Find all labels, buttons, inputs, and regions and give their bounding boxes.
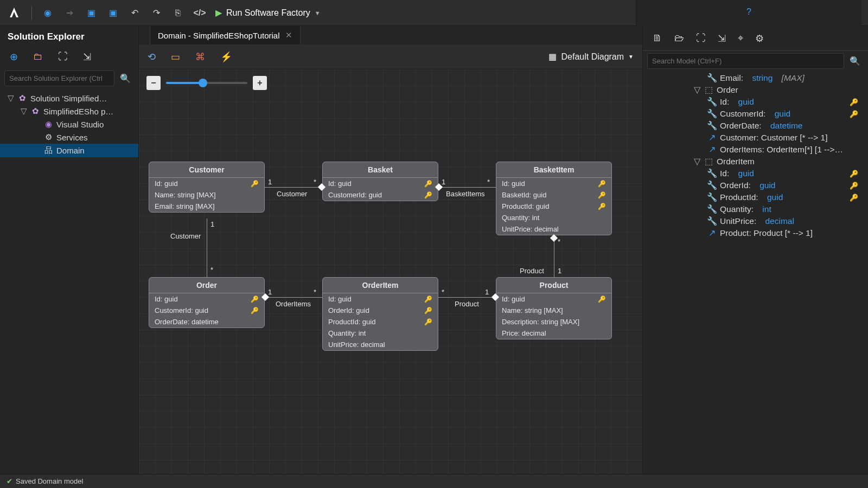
entity-title: BasketItem — [496, 162, 611, 178]
solution-explorer-panel: Solution Explorer ⊕ 🗀 ⛶ ⇲ 🔍 ▽✿Solution '… — [0, 26, 139, 474]
panel-title: Solution Explorer — [0, 26, 138, 48]
diagram-label: Default Diagram — [561, 52, 624, 62]
entity-order[interactable]: Order Id: guid🔑 CustomerId: guid🔑 OrderD… — [149, 277, 265, 328]
zoom-in-button[interactable]: + — [253, 76, 267, 90]
model-tree-row[interactable]: 🔧OrderId: guid🔑 — [643, 179, 868, 191]
search-icon[interactable]: 🔍 — [846, 53, 864, 69]
key-icon: 🔧 — [707, 73, 717, 83]
save-all-icon[interactable]: ▣ — [107, 7, 119, 19]
zoom-slider[interactable] — [166, 82, 247, 84]
entity-title: Product — [496, 278, 611, 293]
close-icon[interactable]: ✕ — [285, 30, 292, 40]
diagram-icon: ▦ — [548, 52, 557, 62]
nav-icon: ↗ — [707, 133, 717, 143]
key-icon: 🔧 — [707, 121, 717, 131]
collapse-icon[interactable]: ⇲ — [83, 51, 91, 63]
settings-icon[interactable]: ⚙ — [755, 33, 764, 44]
class-icon: ⬚ — [704, 85, 713, 95]
code-icon[interactable]: </> — [194, 7, 206, 19]
chevron-down-icon: ▼ — [315, 10, 321, 16]
key-icon: 🔧 — [707, 181, 717, 190]
app-logo-icon — [7, 5, 22, 21]
run-button[interactable]: ▶ Run Software Factory ▼ — [215, 8, 321, 18]
model-tree-row[interactable]: 🔧Id: guid🔑 — [643, 168, 868, 179]
entity-title: OrderItem — [323, 278, 438, 293]
save-icon[interactable]: ▣ — [85, 7, 97, 19]
tab-title: Domain - SimplifiedEShopTutorial — [158, 31, 280, 40]
model-tree-row[interactable]: 🔧Email: string [MAX] — [643, 72, 868, 84]
open-folder-icon[interactable]: 🗀 — [33, 51, 43, 63]
search-icon[interactable]: 🔍 — [117, 70, 134, 86]
model-search-input[interactable] — [647, 53, 844, 69]
expand-icon[interactable]: ⛶ — [696, 33, 706, 44]
locate-icon[interactable]: ⌖ — [738, 33, 743, 44]
model-tree-row[interactable]: 🔧Id: guid🔑 — [643, 96, 868, 108]
entity-product[interactable]: Product Id: guid🔑 Name: string [MAX] Des… — [496, 277, 612, 339]
model-tree: 🔧Email: string [MAX]▽⬚Order🔧Id: guid🔑🔧Cu… — [643, 71, 868, 474]
tool-icon-1[interactable]: ⟲ — [148, 51, 156, 63]
run-label: Run Software Factory — [226, 8, 310, 18]
model-tree-row[interactable]: 🔧UnitPrice: decimal — [643, 215, 868, 227]
nav-icon: ↗ — [707, 228, 717, 238]
model-tree-row[interactable]: 🔧CustomerId: guid🔑 — [643, 108, 868, 120]
play-icon: ▶ — [215, 8, 222, 18]
tree-project[interactable]: ▽✿SimplifiedESho p… — [0, 105, 138, 118]
class-icon: ⬚ — [704, 157, 713, 166]
undo-icon[interactable]: ↶ — [129, 7, 141, 19]
tool-icon-3[interactable]: ⌘ — [195, 51, 205, 63]
key-icon: 🔧 — [707, 109, 717, 119]
file-icon[interactable]: 🗎 — [653, 33, 662, 44]
entity-title: Basket — [323, 162, 438, 178]
forward-icon[interactable]: ➔ — [63, 7, 75, 19]
status-ok-icon: ✔ — [7, 477, 12, 485]
model-tree-row[interactable]: ▽⬚OrderItem — [643, 156, 868, 168]
diagram-selector[interactable]: ▦ Default Diagram ▼ — [548, 52, 634, 62]
status-bar: ✔ Saved Domain model — [0, 474, 868, 488]
tree-solution[interactable]: ▽✿Solution 'Simplified… — [0, 92, 138, 105]
key-icon: 🔧 — [707, 216, 717, 226]
canvas-toolbar: ⟲ ▭ ⌘ ⚡ ▦ Default Diagram ▼ — [139, 44, 642, 69]
status-text: Saved Domain model — [16, 477, 83, 485]
solution-search-input[interactable] — [4, 70, 114, 86]
key-icon: 🔧 — [707, 192, 717, 202]
model-tree-row[interactable]: ↗OrderItems: OrderItem[*] [1 -->… — [643, 144, 868, 156]
separator — [31, 6, 32, 20]
entity-customer[interactable]: Customer Id: guid🔑 Name: string [MAX] Em… — [149, 162, 265, 213]
entity-orderitem[interactable]: OrderItem Id: guid🔑 OrderId: guid🔑 Produ… — [322, 277, 438, 351]
tab-bar: Domain - SimplifiedEShopTutorial ✕ — [139, 26, 642, 44]
key-icon: 🔧 — [707, 204, 717, 214]
export-icon[interactable]: ⎘ — [172, 7, 184, 19]
expand-icon[interactable]: ⛶ — [58, 51, 68, 63]
model-tree-row[interactable]: 🔧OrderDate: datetime — [643, 120, 868, 132]
tree-services[interactable]: ⚙Services — [0, 131, 138, 144]
redo-icon[interactable]: ↷ — [150, 7, 162, 19]
tool-icon-4[interactable]: ⚡ — [220, 51, 232, 63]
model-tree-row[interactable]: 🔧ProductId: guid🔑 — [643, 191, 868, 203]
tool-icon-2[interactable]: ▭ — [171, 51, 180, 63]
top-toolbar: ◉ ➔ ▣ ▣ ↶ ↷ ⎘ </> ▶ Run Software Factory… — [0, 0, 868, 26]
key-icon: 🔧 — [707, 97, 717, 107]
tab-domain[interactable]: Domain - SimplifiedEShopTutorial ✕ — [150, 26, 301, 44]
tree-visual-studio[interactable]: ◉Visual Studio — [0, 118, 138, 131]
entity-title: Order — [149, 278, 264, 293]
model-tree-row[interactable]: ▽⬚Order — [643, 84, 868, 96]
model-tree-row[interactable]: ↗Product: Product [* --> 1] — [643, 227, 868, 239]
solution-tree: ▽✿Solution 'Simplified… ▽✿SimplifiedESho… — [0, 88, 138, 157]
nav-icon: ↗ — [707, 145, 717, 155]
folder-icon[interactable]: 🗁 — [674, 33, 684, 44]
entity-basket[interactable]: Basket Id: guid🔑 CustomerId: guid🔑 — [322, 162, 438, 201]
editor-area: Domain - SimplifiedEShopTutorial ✕ ⟲ ▭ ⌘… — [139, 26, 642, 474]
diagram-canvas[interactable]: − + Customer Id: guid🔑 Name: string [MAX… — [139, 69, 642, 474]
add-icon[interactable]: ⊕ — [10, 51, 18, 63]
tree-domain[interactable]: 品Domain — [0, 144, 138, 157]
zoom-out-button[interactable]: − — [146, 76, 161, 90]
back-icon[interactable]: ◉ — [42, 7, 54, 19]
entity-basketitem[interactable]: BasketItem Id: guid🔑 BasketId: guid🔑 Pro… — [496, 162, 612, 235]
collapse-icon[interactable]: ⇲ — [718, 33, 726, 44]
model-explorer-panel: 🗎 🗁 ⛶ ⇲ ⌖ ⚙ 🔍 🔧Email: string [MAX]▽⬚Orde… — [642, 26, 868, 474]
help-icon[interactable]: ? — [743, 6, 755, 18]
key-icon: 🔧 — [707, 169, 717, 178]
chevron-down-icon: ▼ — [628, 54, 634, 60]
model-tree-row[interactable]: 🔧Quantity: int — [643, 203, 868, 215]
model-tree-row[interactable]: ↗Customer: Customer [* --> 1] — [643, 132, 868, 144]
